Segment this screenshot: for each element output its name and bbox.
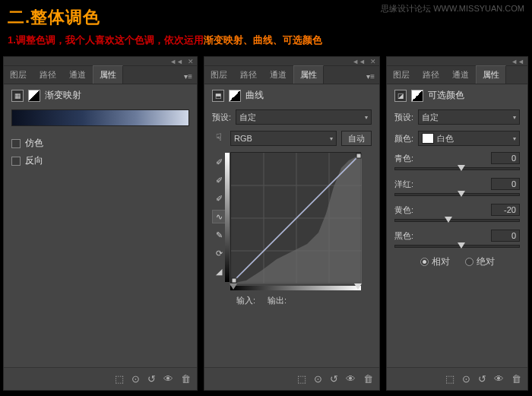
panel-footer: ⬚ ⊙ ↺ 👁 🗑 — [4, 367, 197, 390]
tab-paths[interactable]: 路径 — [416, 66, 446, 84]
visibility-icon[interactable]: 👁 — [494, 373, 504, 385]
preset-value: 自定 — [422, 112, 439, 123]
adjustment-header: ⬒ 曲线 — [212, 89, 372, 102]
slider-track[interactable] — [394, 245, 520, 248]
output-gradient — [225, 153, 230, 282]
input-label: 输入: — [236, 295, 255, 306]
slider-label: 青色: — [394, 153, 413, 164]
panel-selective-color: ◄◄ 图层 路径 通道 属性 ◪ 可选颜色 预设: 自定 ▾ 颜色: — [386, 56, 528, 391]
radio-label: 绝对 — [477, 255, 495, 268]
slider-thumb[interactable] — [458, 242, 465, 249]
slider-value[interactable]: 0 — [491, 230, 520, 242]
slider-value[interactable]: -20 — [491, 204, 520, 216]
tab-channels[interactable]: 通道 — [63, 66, 93, 84]
color-swatch — [422, 133, 434, 144]
hl-sc: 可选颜色 — [283, 34, 322, 46]
preset-value: 自定 — [239, 112, 256, 123]
slider-cyan: 青色: 0 — [394, 152, 520, 170]
reset-icon[interactable]: ↺ — [478, 373, 486, 385]
tabs: 图层 路径 通道 属性 ▾≡ — [4, 66, 197, 84]
auto-button[interactable]: 自动 — [341, 131, 372, 146]
radio-relative[interactable]: 相对 — [420, 255, 450, 268]
checkbox-dither[interactable]: 仿色 — [11, 137, 189, 150]
eyedropper-white-icon[interactable]: ✐ — [212, 192, 226, 205]
tab-paths[interactable]: 路径 — [33, 66, 63, 84]
point-tool-icon[interactable]: ∿ — [212, 210, 226, 223]
link-icon[interactable]: ⊙ — [462, 373, 470, 385]
eyedropper-black-icon[interactable]: ✐ — [212, 155, 226, 169]
slider-thumb[interactable] — [445, 217, 452, 223]
link-icon[interactable]: ⊙ — [314, 373, 322, 385]
tab-channels[interactable]: 通道 — [264, 66, 293, 84]
reset-icon[interactable]: ↺ — [330, 373, 338, 385]
tab-paths[interactable]: 路径 — [234, 66, 264, 84]
slider-track[interactable] — [394, 167, 520, 170]
panel-menu-icon[interactable]: ▾≡ — [179, 69, 197, 84]
tab-layers[interactable]: 图层 — [387, 66, 416, 84]
curves-body: 输入: 输出: — [230, 152, 372, 306]
smooth-tool-icon[interactable]: ⟳ — [212, 246, 226, 260]
preset-select[interactable]: 自定 ▾ — [418, 109, 520, 125]
slider-value[interactable]: 0 — [491, 152, 520, 164]
eyedropper-gray-icon[interactable]: ✐ — [212, 173, 226, 187]
chevron-down-icon: ▾ — [513, 135, 516, 142]
slider-track[interactable] — [394, 193, 520, 196]
visibility-icon[interactable]: 👁 — [163, 373, 173, 385]
trash-icon[interactable]: 🗑 — [511, 373, 521, 385]
mask-icon[interactable] — [229, 90, 241, 102]
preset-row: 预设: 自定 ▾ — [394, 109, 520, 125]
reset-icon[interactable]: ↺ — [147, 373, 156, 385]
trash-icon[interactable]: 🗑 — [363, 373, 373, 385]
tab-properties[interactable]: 属性 — [293, 65, 324, 84]
panel-body: ▦ 渐变映射 仿色 反向 — [4, 84, 197, 367]
clip-icon[interactable]: ⬚ — [297, 373, 306, 385]
tabs: 图层 路径 通道 属性 — [387, 66, 527, 84]
checkbox-label: 仿色 — [25, 137, 43, 150]
watermark: 思缘设计论坛 WWW.MISSYUAN.COM — [381, 3, 524, 14]
output-label: 输出: — [268, 295, 287, 306]
collapse-icon: ◄◄ — [352, 58, 366, 65]
slider-black: 黑色: 0 — [394, 230, 520, 248]
adjustment-header: ▦ 渐变映射 — [11, 89, 189, 102]
clip-icon[interactable]: ⬚ — [115, 373, 124, 385]
tab-layers[interactable]: 图层 — [204, 66, 234, 84]
tab-properties[interactable]: 属性 — [93, 65, 123, 84]
curves-area: ✐ ✐ ✐ ∿ ✎ ⟳ ◢ — [212, 152, 372, 306]
visibility-icon[interactable]: 👁 — [346, 373, 356, 385]
slider-value[interactable]: 0 — [491, 178, 520, 190]
channel-row: ☟ RGB ▾ 自动 — [212, 131, 372, 146]
hl-curves: 曲线 — [253, 34, 273, 46]
hand-tool-icon[interactable]: ☟ — [212, 131, 226, 145]
tabs: 图层 路径 通道 属性 ▾≡ — [204, 66, 379, 84]
colors-select[interactable]: 白色 ▾ — [418, 131, 520, 146]
slider-thumb[interactable] — [458, 165, 465, 171]
channel-select[interactable]: RGB ▾ — [230, 131, 337, 146]
gradient-picker[interactable] — [11, 109, 189, 126]
checkbox-reverse[interactable]: 反向 — [11, 154, 189, 167]
chevron-down-icon: ▾ — [513, 114, 516, 121]
black-point-marker[interactable] — [230, 284, 237, 290]
tab-properties[interactable]: 属性 — [476, 65, 506, 84]
colors-row: 颜色: 白色 ▾ — [394, 131, 520, 146]
slider-track[interactable] — [394, 219, 520, 222]
mask-icon[interactable] — [28, 90, 40, 102]
panel-menu-icon[interactable]: ▾≡ — [362, 69, 379, 84]
tab-layers[interactable]: 图层 — [4, 66, 33, 84]
radio-icon — [465, 258, 473, 266]
histogram-icon[interactable]: ◢ — [212, 265, 226, 278]
pencil-tool-icon[interactable]: ✎ — [212, 228, 226, 242]
slider-thumb[interactable] — [458, 191, 465, 197]
trash-icon[interactable]: 🗑 — [181, 373, 191, 385]
curve-editor[interactable] — [230, 152, 361, 283]
clip-icon[interactable]: ⬚ — [445, 373, 454, 385]
tab-channels[interactable]: 通道 — [446, 66, 476, 84]
preset-select[interactable]: 自定 ▾ — [236, 109, 372, 125]
radio-absolute[interactable]: 绝对 — [465, 255, 495, 268]
panel-collapse-bar[interactable]: ◄◄ — [387, 57, 527, 66]
collapse-icon: ◄◄ — [169, 58, 183, 65]
mask-icon[interactable] — [411, 90, 423, 102]
panel-collapse-bar[interactable]: ◄◄ ✕ — [204, 57, 379, 66]
panel-footer: ⬚ ⊙ ↺ 👁 🗑 — [204, 367, 379, 390]
link-icon[interactable]: ⊙ — [131, 373, 140, 385]
white-point-marker[interactable] — [354, 284, 362, 290]
